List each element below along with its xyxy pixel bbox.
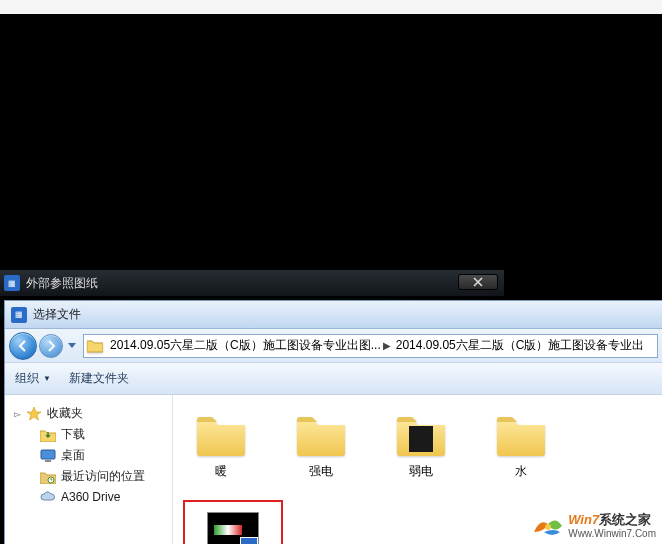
chevron-down-icon: ▼ (43, 374, 51, 383)
dialog-titlebar[interactable]: ▦ 选择文件 (5, 301, 662, 329)
svg-rect-0 (41, 450, 55, 459)
sidebar-item-recent[interactable]: 最近访问的位置 (9, 466, 168, 487)
organize-label: 组织 (15, 370, 39, 387)
folder-icon (393, 409, 449, 459)
nav-forward-button[interactable] (39, 334, 63, 358)
arrow-right-icon (45, 340, 57, 352)
new-folder-button[interactable]: 新建文件夹 (69, 370, 129, 387)
breadcrumb-segment[interactable]: 2014.09.05六星二版（C版）施工图设备专业出图... ▶ (106, 335, 392, 357)
organize-menu[interactable]: 组织 ▼ (15, 370, 51, 387)
dwg-file-icon (205, 508, 261, 544)
sidebar-item-desktop[interactable]: 桌面 (9, 445, 168, 466)
new-folder-label: 新建文件夹 (69, 370, 129, 387)
file-name: 强电 (309, 463, 333, 480)
cloud-icon (39, 489, 57, 505)
sidebar-item-downloads[interactable]: 下载 (9, 424, 168, 445)
nav-history-dropdown[interactable] (65, 334, 79, 358)
app-dark-canvas (0, 14, 662, 270)
svg-rect-3 (409, 426, 433, 452)
breadcrumb-bar[interactable]: 2014.09.05六星二版（C版）施工图设备专业出图... ▶ 2014.09… (83, 334, 658, 358)
svg-point-4 (545, 524, 551, 530)
watermark-line1: Win7系统之家 (568, 512, 656, 528)
recent-icon (39, 469, 57, 485)
folder-item[interactable]: 水 (483, 409, 559, 480)
chevron-down-icon (68, 343, 76, 349)
sidebar-item-label: 桌面 (61, 447, 85, 464)
breadcrumb-label: 2014.09.05六星二版（C版）施工图设备专业出 (396, 337, 645, 354)
folder-item[interactable]: 强电 (283, 409, 359, 480)
watermark: Win7系统之家 Www.Winwin7.Com (530, 512, 656, 540)
sidebar-favorites-label: 收藏夹 (47, 405, 83, 422)
xref-panel-titlebar[interactable]: ▦ 外部参照图纸 (0, 270, 504, 296)
chevron-right-icon: ▶ (383, 340, 391, 351)
file-name: 弱电 (409, 463, 433, 480)
file-item-selected[interactable]: 1F~4F外部参照.dwg (183, 500, 283, 544)
app-top-strip (0, 0, 662, 14)
breadcrumb-segment[interactable]: 2014.09.05六星二版（C版）施工图设备专业出 (392, 335, 646, 357)
sidebar-item-label: 下载 (61, 426, 85, 443)
folder-icon (193, 409, 249, 459)
watermark-line2: Www.Winwin7.Com (568, 528, 656, 540)
xref-icon: ▦ (4, 275, 20, 291)
sidebar-item-a360[interactable]: A360 Drive (9, 487, 168, 507)
close-icon (473, 277, 483, 287)
dialog-app-icon: ▦ (11, 307, 27, 323)
sidebar-item-label: A360 Drive (61, 490, 120, 504)
folder-item[interactable]: 暖 (183, 409, 259, 480)
sidebar-favorites[interactable]: ▻ 收藏夹 (9, 403, 168, 424)
breadcrumb-label: 2014.09.05六星二版（C版）施工图设备专业出图... (110, 337, 381, 354)
address-bar: 2014.09.05六星二版（C版）施工图设备专业出图... ▶ 2014.09… (5, 329, 662, 363)
folder-icon (86, 337, 104, 355)
file-name: 水 (515, 463, 527, 480)
sidebar-item-label: 最近访问的位置 (61, 468, 145, 485)
dialog-toolbar: 组织 ▼ 新建文件夹 (5, 363, 662, 395)
watermark-logo-icon (530, 512, 566, 540)
navigation-sidebar: ▻ 收藏夹 下载 桌面 (5, 395, 173, 544)
tree-collapse-icon[interactable]: ▻ (11, 408, 23, 420)
xref-close-button[interactable] (458, 274, 498, 290)
download-icon (39, 427, 57, 443)
file-open-dialog: ▦ 选择文件 2014.09.05六星二版（C版）施工图设备专业出图... ▶ … (4, 300, 662, 544)
file-name: 暖 (215, 463, 227, 480)
nav-back-button[interactable] (9, 332, 37, 360)
xref-panel-title: 外部参照图纸 (26, 275, 98, 292)
folder-icon (293, 409, 349, 459)
svg-rect-1 (45, 460, 51, 462)
desktop-icon (39, 448, 57, 464)
folder-item[interactable]: 弱电 (383, 409, 459, 480)
dialog-title: 选择文件 (33, 306, 81, 323)
arrow-left-icon (17, 340, 29, 352)
star-icon (25, 406, 43, 422)
folder-icon (493, 409, 549, 459)
